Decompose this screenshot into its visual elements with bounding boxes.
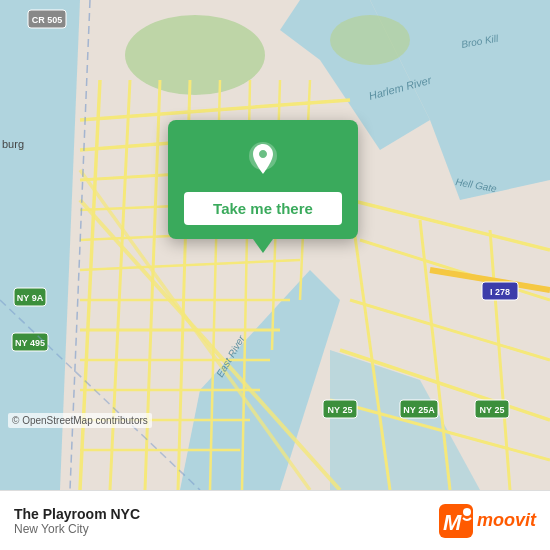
- svg-text:NY 9A: NY 9A: [17, 293, 44, 303]
- svg-text:NY 25: NY 25: [328, 405, 353, 415]
- svg-point-62: [463, 508, 471, 516]
- location-info: The Playroom NYC New York City: [14, 506, 140, 536]
- moovit-text: moovit: [477, 510, 536, 531]
- location-card: Take me there: [168, 120, 358, 239]
- svg-point-6: [125, 15, 265, 95]
- location-city: New York City: [14, 522, 140, 536]
- svg-text:M: M: [443, 510, 462, 535]
- take-me-there-button[interactable]: Take me there: [184, 192, 342, 225]
- svg-text:NY 495: NY 495: [15, 338, 45, 348]
- svg-text:NY 25A: NY 25A: [403, 405, 435, 415]
- svg-text:CR 505: CR 505: [32, 15, 63, 25]
- svg-point-7: [330, 15, 410, 65]
- moovit-logo[interactable]: M moovit: [439, 504, 536, 538]
- moovit-icon: M: [439, 504, 473, 538]
- location-pin-icon: [241, 138, 285, 182]
- location-name: The Playroom NYC: [14, 506, 140, 522]
- svg-text:burg: burg: [2, 138, 24, 150]
- bottom-bar: The Playroom NYC New York City M moovit: [0, 490, 550, 550]
- map-container: NY 9A NY 495 I 278 CR 505 NY 25 NY 25A N…: [0, 0, 550, 490]
- copyright-text: © OpenStreetMap contributors: [8, 413, 152, 428]
- svg-text:NY 25: NY 25: [480, 405, 505, 415]
- svg-text:I 278: I 278: [490, 287, 510, 297]
